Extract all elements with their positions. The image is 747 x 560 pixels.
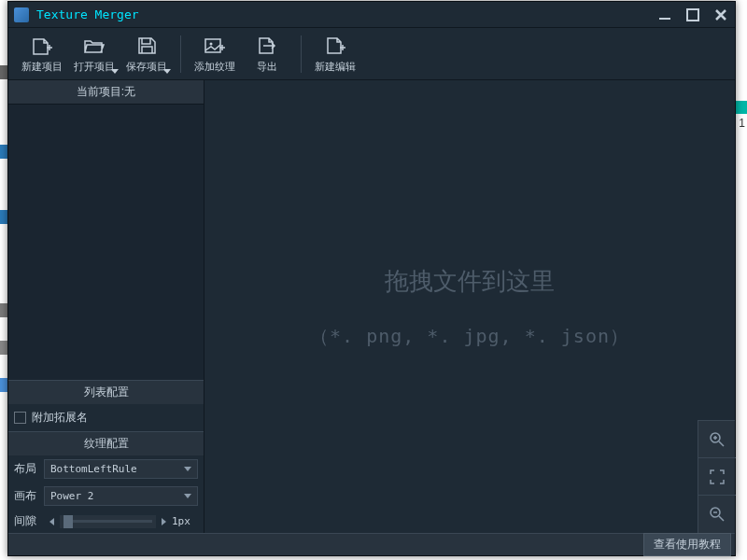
- toolbar-label: 添加纹理: [194, 60, 235, 74]
- toolbar-label: 新建编辑: [315, 60, 356, 74]
- bg-thumb: [0, 145, 7, 159]
- gap-slider[interactable]: [60, 515, 156, 528]
- zoom-fit-button[interactable]: [698, 458, 736, 496]
- list-config-panel: 列表配置 附加拓展名: [8, 380, 204, 431]
- divider: [180, 35, 181, 73]
- texture-config-title: 纹理配置: [8, 432, 204, 455]
- main-content: 当前项目:无 列表配置 附加拓展名 纹理配置 布局 BottomLeftRule: [8, 80, 735, 533]
- titlebar: Texture Merger: [8, 2, 735, 28]
- append-extension-checkbox[interactable]: [14, 412, 26, 424]
- export-button[interactable]: 导出: [241, 30, 293, 77]
- gap-label: 间隙: [14, 513, 44, 529]
- chevron-down-icon: [163, 69, 171, 74]
- new-project-icon: [29, 34, 55, 58]
- maximize-button[interactable]: [684, 7, 701, 23]
- zoom-in-button[interactable]: [698, 421, 736, 458]
- slider-handle[interactable]: [63, 515, 73, 528]
- append-extension-label: 附加拓展名: [32, 410, 88, 426]
- append-extension-row: 附加拓展名: [8, 404, 204, 431]
- toolbar: 新建项目 打开项目 保存项目 添加纹理 导出: [8, 28, 735, 80]
- slider-increase-icon[interactable]: [162, 518, 166, 525]
- zoom-out-button[interactable]: [698, 496, 736, 533]
- add-texture-button[interactable]: 添加纹理: [189, 30, 241, 77]
- project-list-area[interactable]: [8, 105, 204, 380]
- toolbar-label: 新建项目: [21, 60, 63, 74]
- toolbar-label: 保存项目: [126, 60, 167, 74]
- chevron-down-icon: [184, 494, 191, 498]
- canvas-drop-area[interactable]: 拖拽文件到这里 （*. png, *. jpg, *. json）: [204, 80, 735, 533]
- canvas-row: 画布 Power 2: [8, 483, 204, 510]
- window-controls: [656, 7, 729, 23]
- svg-rect-1: [687, 9, 698, 21]
- drop-hint-text: 拖拽文件到这里: [385, 265, 555, 298]
- canvas-label: 画布: [14, 488, 44, 504]
- zoom-panel: [698, 420, 735, 533]
- svg-point-3: [210, 43, 213, 46]
- toolbar-label: 导出: [257, 60, 277, 74]
- slider-decrease-icon[interactable]: [49, 518, 54, 525]
- bg-thumb: [0, 341, 7, 355]
- canvas-select[interactable]: Power 2: [44, 486, 198, 506]
- current-project-label: 当前项目:无: [8, 80, 204, 105]
- bg-thumb: [0, 303, 7, 317]
- app-window: Texture Merger 新建项目 打开项目: [7, 1, 736, 556]
- save-project-button[interactable]: 保存项目: [120, 30, 173, 77]
- export-icon: [254, 34, 280, 58]
- toolbar-label: 打开项目: [74, 60, 115, 74]
- gap-value: 1px: [172, 515, 198, 527]
- texture-config-panel: 纹理配置 布局 BottomLeftRule 画布 Power 2: [8, 431, 204, 533]
- layout-label: 布局: [14, 461, 44, 477]
- layout-row: 布局 BottomLeftRule: [8, 455, 204, 483]
- chevron-down-icon: [184, 467, 191, 471]
- svg-rect-2: [205, 39, 220, 52]
- open-project-button[interactable]: 打开项目: [68, 30, 120, 77]
- divider: [301, 35, 302, 73]
- app-icon: [14, 7, 29, 22]
- new-edit-button[interactable]: 新建编辑: [309, 30, 361, 77]
- bg-thumb: [0, 210, 7, 224]
- chevron-down-icon: [111, 69, 119, 74]
- new-document-icon: [322, 34, 348, 58]
- tutorial-button[interactable]: 查看使用教程: [643, 533, 731, 556]
- gap-row: 间隙 1px: [8, 510, 204, 533]
- bg-thumb: [0, 65, 7, 79]
- open-folder-icon: [81, 34, 107, 58]
- add-image-icon: [202, 34, 228, 58]
- statusbar: 查看使用教程: [8, 533, 735, 555]
- sidebar: 当前项目:无 列表配置 附加拓展名 纹理配置 布局 BottomLeftRule: [8, 80, 204, 533]
- minimize-button[interactable]: [656, 7, 673, 23]
- canvas-value: Power 2: [50, 490, 93, 502]
- window-title: Texture Merger: [36, 7, 656, 21]
- bg-right-tag: [736, 101, 747, 114]
- layout-value: BottomLeftRule: [50, 463, 137, 475]
- close-button[interactable]: [712, 7, 729, 23]
- bg-right-number: 1: [739, 117, 745, 130]
- svg-rect-0: [659, 18, 670, 20]
- bg-thumb: [0, 378, 7, 392]
- layout-select[interactable]: BottomLeftRule: [44, 459, 198, 479]
- list-config-title: 列表配置: [8, 381, 204, 404]
- drop-formats-text: （*. png, *. jpg, *. json）: [310, 324, 629, 349]
- save-icon: [134, 34, 160, 58]
- new-project-button[interactable]: 新建项目: [16, 30, 68, 77]
